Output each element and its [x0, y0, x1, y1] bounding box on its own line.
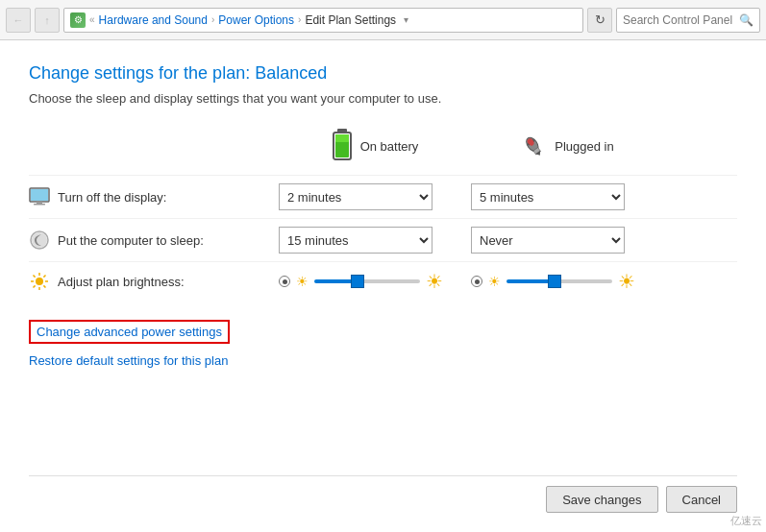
sun-large-plugged: ☀	[618, 270, 635, 293]
brightness-setting-row: Adjust plan brightness: ☀ ☀ ☀ ☀	[29, 261, 737, 301]
footer: Save changes Cancel	[29, 475, 737, 513]
display-icon	[29, 186, 50, 207]
display-battery-dropdown[interactable]: 2 minutes 1 minute 5 minutes 10 minutes …	[279, 183, 432, 210]
display-plugged-cell: 5 minutes 1 minute 2 minutes 10 minutes …	[471, 183, 663, 210]
search-input[interactable]	[623, 13, 735, 27]
watermark: 亿速云	[730, 514, 762, 528]
moon-icon	[29, 230, 50, 251]
sleep-plugged-cell: Never 1 minute 2 minutes 5 minutes 15 mi…	[471, 227, 663, 254]
search-icon: 🔍	[739, 13, 754, 27]
breadcrumb-bar: ⚙ « Hardware and Sound › Power Options ›…	[63, 8, 583, 33]
sleep-battery-dropdown[interactable]: 15 minutes 1 minute 2 minutes 5 minutes …	[279, 227, 432, 254]
svg-line-23	[43, 276, 45, 278]
svg-rect-3	[335, 134, 349, 142]
svg-rect-11	[31, 189, 48, 201]
breadcrumb-dropdown-arrow[interactable]: ▾	[404, 14, 408, 25]
breadcrumb-power[interactable]: Power Options	[218, 13, 294, 27]
brightness-battery-radio[interactable]	[279, 276, 290, 287]
battery-icon	[332, 129, 353, 163]
brightness-label-text: Adjust plan brightness:	[58, 275, 185, 289]
brightness-icon	[29, 271, 50, 292]
titlebar: ← ↑ ⚙ « Hardware and Sound › Power Optio…	[0, 0, 766, 40]
sleep-battery-cell: 15 minutes 1 minute 2 minutes 5 minutes …	[279, 227, 471, 254]
svg-line-22	[43, 285, 45, 287]
brightness-battery-cell: ☀ ☀	[279, 270, 471, 293]
col-empty	[29, 129, 279, 175]
refresh-button[interactable]: ↻	[587, 8, 612, 33]
col-plugged-header: Plugged in	[471, 129, 663, 175]
page-subtitle: Choose the sleep and display settings th…	[29, 91, 737, 106]
monitor-icon	[29, 187, 50, 206]
back-button[interactable]: ←	[6, 8, 31, 33]
col-battery-label: On battery	[360, 139, 419, 154]
sep2: ›	[211, 14, 214, 25]
breadcrumb-hardware[interactable]: Hardware and Sound	[99, 13, 208, 27]
sun-large-battery: ☀	[426, 270, 443, 293]
page-title: Change settings for the plan: Balanced	[29, 63, 737, 84]
sep1: «	[89, 14, 95, 25]
display-label-cell: Turn off the display:	[29, 186, 279, 207]
restore-defaults-link[interactable]: Restore default settings for this plan	[29, 353, 737, 368]
svg-point-16	[36, 278, 43, 285]
col-battery-header: On battery	[279, 129, 471, 175]
links-section: Change advanced power settings Restore d…	[29, 320, 737, 368]
save-button[interactable]: Save changes	[546, 486, 657, 513]
display-setting-row: Turn off the display: 2 minutes 1 minute…	[29, 175, 737, 218]
sleep-label-text: Put the computer to sleep:	[58, 233, 204, 248]
main-content: Change settings for the plan: Balanced C…	[0, 40, 766, 532]
svg-line-24	[34, 285, 36, 287]
breadcrumb-current: Edit Plan Settings	[305, 13, 396, 27]
column-headers: On battery Plugged in	[29, 129, 737, 175]
brightness-battery-slider[interactable]	[314, 279, 420, 283]
sep3: ›	[298, 14, 301, 25]
display-label-text: Turn off the display:	[58, 190, 166, 205]
sleep-setting-row: Put the computer to sleep: 15 minutes 1 …	[29, 218, 737, 261]
svg-rect-12	[37, 202, 42, 204]
brightness-plugged-cell: ☀ ☀	[471, 270, 663, 293]
svg-rect-13	[34, 204, 45, 206]
display-plugged-dropdown[interactable]: 5 minutes 1 minute 2 minutes 10 minutes …	[471, 183, 625, 210]
plug-icon	[520, 133, 547, 159]
sleep-icon	[29, 230, 50, 251]
sun-small-battery: ☀	[296, 274, 309, 289]
brightness-plugged-slider[interactable]	[507, 279, 612, 283]
brightness-plugged-radio[interactable]	[471, 276, 482, 287]
sun-icon	[29, 271, 50, 292]
display-battery-cell: 2 minutes 1 minute 5 minutes 10 minutes …	[279, 183, 471, 210]
up-button[interactable]: ↑	[35, 8, 60, 33]
svg-line-21	[34, 276, 36, 278]
cancel-button[interactable]: Cancel	[666, 486, 737, 513]
advanced-power-link[interactable]: Change advanced power settings	[29, 320, 230, 344]
hardware-sound-icon: ⚙	[70, 12, 86, 28]
col-plugged-label: Plugged in	[555, 139, 613, 154]
search-box: 🔍	[616, 8, 760, 33]
sun-small-plugged: ☀	[488, 274, 501, 289]
sleep-plugged-dropdown[interactable]: Never 1 minute 2 minutes 5 minutes 15 mi…	[471, 227, 625, 254]
brightness-label-cell: Adjust plan brightness:	[29, 271, 279, 292]
sleep-label-cell: Put the computer to sleep:	[29, 230, 279, 251]
